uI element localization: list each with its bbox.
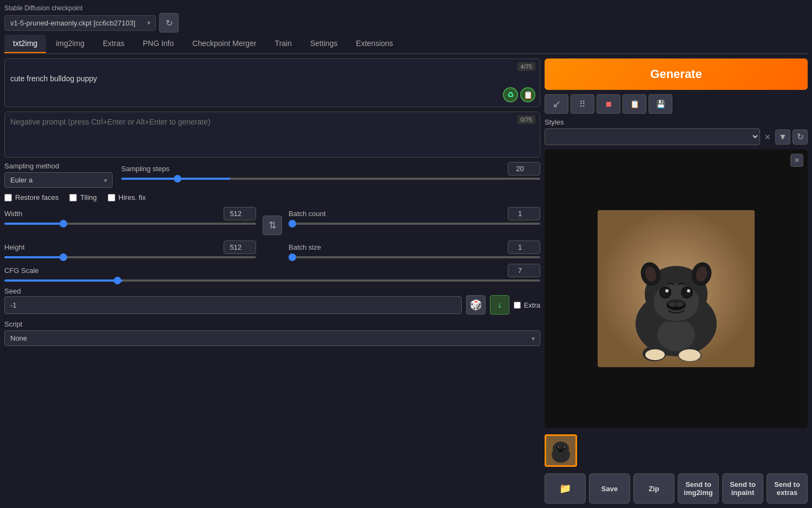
tab-extras[interactable]: Extras: [94, 35, 133, 53]
generated-image: [598, 210, 755, 367]
styles-clear-btn[interactable]: ✕: [762, 133, 773, 141]
seed-dice-btn[interactable]: 🎲: [466, 295, 486, 315]
prompt-icons: ♻ 📋: [503, 87, 535, 102]
tab-extensions[interactable]: Extensions: [348, 35, 402, 53]
folder-icon: 📁: [559, 483, 571, 494]
steps-header: Sampling steps: [121, 162, 540, 175]
steps-group: Sampling steps: [121, 162, 540, 180]
tab-settings[interactable]: Settings: [302, 35, 346, 53]
batch-count-group: Batch count: [289, 207, 540, 225]
positive-prompt-input[interactable]: [5, 59, 540, 102]
batch-count-header: Batch count: [289, 207, 540, 220]
image-close-btn[interactable]: ✕: [790, 154, 803, 167]
svg-point-5: [657, 318, 695, 351]
svg-point-14: [660, 288, 670, 297]
negative-prompt-counter: 0/75: [518, 115, 535, 124]
tab-checkpoint-merger[interactable]: Checkpoint Merger: [184, 35, 265, 53]
negative-prompt-box: 0/75: [4, 112, 540, 158]
copy-btn[interactable]: 📋: [623, 94, 646, 114]
seed-input[interactable]: [4, 296, 462, 314]
swap-dimensions-btn[interactable]: ⇅: [263, 216, 282, 235]
cfg-slider[interactable]: [4, 279, 540, 282]
seed-row: 🎲 ↓ Extra: [4, 295, 540, 315]
sampling-method-select[interactable]: Euler a: [4, 172, 113, 188]
cfg-row: CFG Scale: [4, 264, 540, 282]
width-label: Width: [4, 210, 22, 218]
app-container: Stable Diffusion checkpoint v1-5-pruned-…: [0, 0, 812, 508]
cfg-number-input[interactable]: [508, 264, 540, 277]
top-section: Stable Diffusion checkpoint v1-5-pruned-…: [4, 4, 808, 58]
height-slider[interactable]: [4, 256, 256, 258]
script-wrapper: None: [4, 330, 540, 346]
controls-area: Sampling method Euler a Sampling steps: [4, 162, 540, 346]
width-number-input[interactable]: [224, 207, 256, 220]
batch-size-header: Batch size: [289, 240, 540, 254]
height-label: Height: [4, 243, 25, 251]
styles-refresh-btn[interactable]: ↻: [793, 129, 808, 145]
steps-slider[interactable]: [121, 178, 540, 180]
cfg-header: CFG Scale: [4, 264, 540, 277]
sampling-method-wrapper: Euler a: [4, 172, 113, 188]
tiling-checkbox[interactable]: Tiling: [69, 193, 97, 201]
checkpoint-refresh-btn[interactable]: ↻: [159, 13, 179, 32]
styles-row: ✕ ▼ ↻: [545, 128, 808, 145]
send-to-inpaint-btn[interactable]: Send to inpaint: [722, 473, 763, 504]
script-section: Script None: [4, 320, 540, 346]
svg-point-25: [553, 441, 569, 455]
steps-number-input[interactable]: [508, 162, 540, 175]
batch-size-slider[interactable]: [289, 256, 540, 258]
tab-train[interactable]: Train: [266, 35, 300, 53]
send-to-img2img-btn[interactable]: Send to img2img: [678, 473, 719, 504]
tiling-input[interactable]: [69, 194, 77, 201]
negative-prompt-input[interactable]: [5, 112, 540, 153]
hires-fix-checkbox[interactable]: Hires. fix: [108, 193, 146, 201]
svg-point-17: [687, 289, 690, 292]
save-settings-btn[interactable]: 💾: [649, 94, 672, 114]
checkpoint-select[interactable]: v1-5-pruned-emaonly.ckpt [cc6cb27103]: [4, 15, 156, 31]
batch-count-slider[interactable]: [289, 223, 540, 225]
restore-faces-input[interactable]: [4, 194, 12, 201]
action-buttons-row: ↙ ⠿ ⏹ 📋 💾: [545, 94, 808, 114]
tab-img2img[interactable]: img2img: [47, 35, 93, 53]
arrows-btn[interactable]: ↙: [545, 94, 568, 114]
svg-point-28: [558, 447, 559, 448]
width-slider[interactable]: [4, 223, 256, 225]
batch-count-label: Batch count: [289, 210, 326, 218]
height-group: Height: [4, 240, 256, 258]
save-btn[interactable]: Save: [589, 473, 630, 504]
recycle-icon-btn[interactable]: ♻: [503, 87, 518, 102]
height-number-input[interactable]: [224, 240, 256, 254]
right-panel: Generate ↙ ⠿ ⏹ 📋 💾 Styles ✕ ▼ ↻: [545, 58, 808, 504]
image-display: ✕: [545, 149, 808, 428]
thumbnail-image[interactable]: [545, 434, 577, 467]
styles-select[interactable]: [545, 128, 760, 145]
styles-dropdown-btn[interactable]: ▼: [775, 129, 790, 145]
extra-checkbox-input[interactable]: [514, 302, 521, 309]
extra-checkbox[interactable]: Extra: [514, 301, 540, 309]
sampling-method-group: Sampling method Euler a: [4, 162, 113, 188]
restore-faces-label: Restore faces: [15, 193, 58, 201]
svg-point-27: [562, 446, 566, 450]
seed-recycle-btn[interactable]: ↓: [490, 295, 509, 315]
svg-point-22: [645, 349, 665, 360]
zip-btn[interactable]: Zip: [633, 473, 675, 504]
svg-point-20: [669, 302, 676, 307]
stop-btn[interactable]: ⏹: [597, 94, 620, 114]
steps-label: Sampling steps: [121, 165, 169, 173]
paste-icon-btn[interactable]: 📋: [520, 87, 535, 102]
batch-size-number-input[interactable]: [508, 240, 540, 254]
svg-point-21: [677, 302, 683, 307]
checkpoint-col: Stable Diffusion checkpoint v1-5-pruned-…: [4, 4, 179, 32]
trash-btn[interactable]: ⠿: [571, 94, 594, 114]
send-to-extras-btn[interactable]: Send to extras: [767, 473, 808, 504]
script-select[interactable]: None: [4, 330, 540, 346]
open-folder-btn[interactable]: 📁: [545, 473, 586, 504]
tab-pnginfo[interactable]: PNG Info: [134, 35, 183, 53]
batch-count-number-input[interactable]: [508, 207, 540, 220]
tab-txt2img[interactable]: txt2img: [4, 35, 46, 53]
svg-point-26: [556, 446, 560, 450]
generate-button[interactable]: Generate: [545, 58, 808, 90]
checkpoint-label: Stable Diffusion checkpoint: [4, 4, 179, 12]
restore-faces-checkbox[interactable]: Restore faces: [4, 193, 58, 201]
hires-fix-input[interactable]: [108, 194, 115, 201]
